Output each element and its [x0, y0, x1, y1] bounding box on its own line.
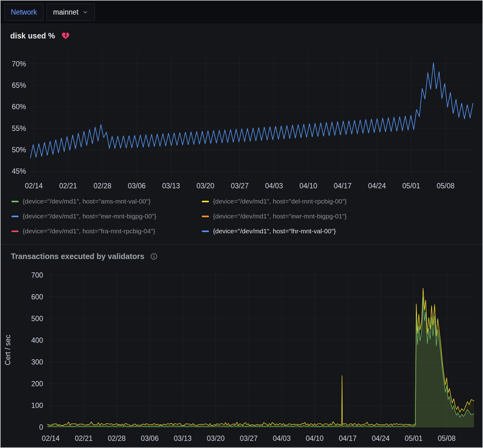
svg-text:03/27: 03/27 — [240, 434, 258, 442]
chevron-down-icon — [82, 9, 88, 15]
panel-title-transactions[interactable]: Transactions executed by validators — [11, 252, 144, 261]
svg-text:03/06: 03/06 — [141, 434, 159, 442]
svg-text:04/24: 04/24 — [372, 434, 390, 442]
panel-title-disk-used[interactable]: disk used % — [10, 31, 55, 40]
legend-item[interactable]: {device="/dev/md1", host="ewr-mnt-bigpg-… — [11, 210, 202, 222]
svg-text:400: 400 — [31, 336, 43, 344]
variable-value: mainnet — [53, 8, 78, 16]
series-color-dash-icon — [202, 231, 209, 232]
legend-item[interactable]: {device="/dev/md1", host="lhr-mnt-val-00… — [202, 225, 482, 237]
series-color-dash-icon — [11, 216, 19, 217]
svg-text:05/08: 05/08 — [437, 182, 455, 190]
svg-text:200: 200 — [31, 380, 43, 388]
svg-text:02/21: 02/21 — [75, 434, 93, 442]
svg-text:700: 700 — [31, 271, 43, 279]
variable-label-network[interactable]: Network — [4, 3, 43, 21]
legend-label: {device="/dev/md1", host="del-mnt-rpcbig… — [213, 198, 347, 205]
series-color-dash-icon — [202, 201, 209, 202]
panel-header-transactions: Transactions executed by validators — [1, 245, 482, 263]
panel-disk-used: disk used % 45%50%55%60%65%70%02/1402/21… — [1, 24, 482, 244]
svg-text:03/06: 03/06 — [128, 182, 146, 190]
svg-text:02/14: 02/14 — [42, 434, 60, 442]
info-circle-icon[interactable] — [150, 253, 158, 260]
svg-text:70%: 70% — [12, 60, 26, 68]
legend-label: {device="/dev/md1", host="ewr-mnt-bigpg-… — [213, 213, 347, 220]
svg-text:45%: 45% — [12, 167, 26, 175]
series-color-dash-icon — [202, 216, 209, 217]
svg-text:05/01: 05/01 — [402, 182, 420, 190]
svg-text:100: 100 — [31, 401, 43, 410]
panel-header-disk-used: disk used % — [1, 24, 482, 43]
legend-item[interactable]: {device="/dev/md1", host="ewr-mnt-bigpg-… — [202, 210, 482, 222]
svg-text:02/28: 02/28 — [94, 182, 112, 190]
svg-text:55%: 55% — [12, 124, 26, 132]
disk-used-legend: {device="/dev/md1", host="ams-mnt-val-00… — [1, 193, 482, 237]
svg-text:02/14: 02/14 — [25, 182, 43, 190]
svg-text:60%: 60% — [12, 103, 26, 111]
svg-text:02/21: 02/21 — [59, 182, 77, 190]
svg-text:03/13: 03/13 — [162, 182, 180, 190]
svg-text:05/08: 05/08 — [438, 434, 456, 442]
svg-text:600: 600 — [31, 293, 43, 301]
svg-text:03/27: 03/27 — [231, 182, 249, 190]
svg-text:05/01: 05/01 — [405, 434, 423, 442]
svg-text:500: 500 — [31, 315, 43, 323]
legend-label: {device="/dev/md1", host="lhr-mnt-val-00… — [213, 227, 336, 235]
svg-text:300: 300 — [31, 358, 43, 366]
variable-value-dropdown[interactable]: mainnet — [47, 3, 95, 21]
svg-text:03/20: 03/20 — [207, 434, 225, 442]
svg-text:04/24: 04/24 — [368, 182, 386, 190]
svg-text:0: 0 — [39, 423, 43, 431]
variable-label: Network — [11, 8, 37, 16]
svg-text:04/03: 04/03 — [273, 434, 291, 442]
svg-text:65%: 65% — [12, 81, 26, 89]
svg-text:03/20: 03/20 — [197, 182, 215, 190]
svg-text:50%: 50% — [12, 146, 26, 154]
svg-text:Cert / sec: Cert / sec — [4, 335, 12, 365]
alert-heart-broken-icon[interactable] — [61, 32, 70, 40]
disk-used-chart[interactable]: 45%50%55%60%65%70%02/1402/2102/2803/0603… — [1, 43, 482, 193]
legend-item[interactable]: {device="/dev/md1", host="del-mnt-rpcbig… — [202, 195, 482, 208]
legend-item[interactable]: {device="/dev/md1", host="fra-mnt-rpcbig… — [11, 225, 202, 237]
svg-text:04/10: 04/10 — [299, 182, 317, 190]
legend-label: {device="/dev/md1", host="ewr-mnt-bigpg-… — [23, 213, 156, 220]
series-color-dash-icon — [11, 231, 19, 232]
transactions-chart[interactable]: 010020030040050060070002/1402/2102/2803/… — [1, 263, 482, 447]
series-color-dash-icon — [11, 201, 19, 202]
dashboard-toolbar: Network mainnet — [1, 1, 482, 24]
legend-item[interactable]: {device="/dev/md1", host="ams-mnt-val-00… — [11, 195, 202, 208]
svg-text:04/17: 04/17 — [339, 434, 357, 442]
svg-text:02/28: 02/28 — [108, 434, 126, 442]
panel-transactions: Transactions executed by validators 0100… — [1, 244, 482, 447]
grafana-dashboard: Network mainnet disk used % 45%50%55%60%… — [0, 0, 483, 448]
svg-text:04/10: 04/10 — [306, 434, 324, 442]
legend-label: {device="/dev/md1", host="ams-mnt-val-00… — [23, 198, 151, 205]
legend-label: {device="/dev/md1", host="fra-mnt-rpcbig… — [23, 227, 155, 235]
svg-text:04/03: 04/03 — [265, 182, 283, 190]
svg-text:03/13: 03/13 — [174, 434, 192, 442]
svg-text:04/17: 04/17 — [334, 182, 352, 190]
